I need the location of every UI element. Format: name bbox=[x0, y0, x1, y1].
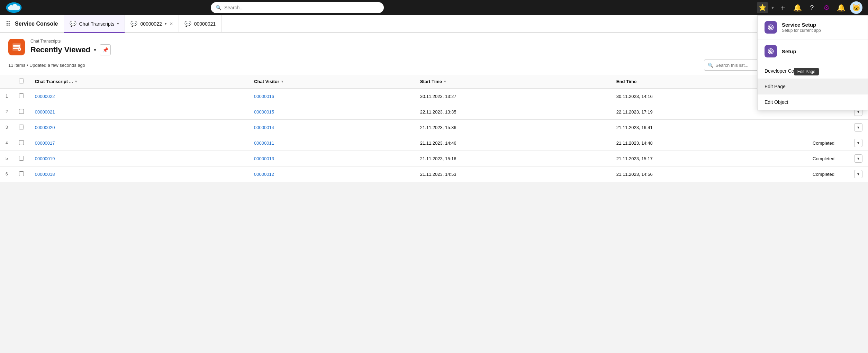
transcript-name-cell: 00000019 bbox=[29, 151, 248, 166]
salesforce-logo bbox=[6, 2, 22, 13]
row-checkbox[interactable] bbox=[19, 109, 24, 114]
col-header-name[interactable]: Chat Transcript ... ▾ bbox=[29, 75, 248, 88]
row-action-cell[interactable]: ▾ bbox=[849, 120, 868, 135]
row-checkbox[interactable] bbox=[19, 140, 24, 145]
row-checkbox[interactable] bbox=[19, 171, 24, 176]
tooltip-label: Edit Page bbox=[794, 68, 819, 75]
search-input[interactable] bbox=[224, 5, 379, 10]
transcript-name-cell: 00000018 bbox=[29, 166, 248, 182]
service-setup-text: Service Setup Setup for current app bbox=[782, 22, 821, 33]
select-all-header[interactable] bbox=[13, 75, 29, 88]
end-time-cell: 21.11.2023, 14:56 bbox=[611, 166, 807, 182]
table-container: Chat Transcript ... ▾ Chat Visitor ▾ Sta… bbox=[0, 75, 868, 182]
visitor-link[interactable]: 00000014 bbox=[254, 125, 274, 130]
tab-00000022[interactable]: 💬 00000022 ▾ ✕ bbox=[125, 15, 179, 32]
start-time-cell: 21.11.2023, 14:46 bbox=[415, 135, 611, 151]
row-checkbox[interactable] bbox=[19, 156, 24, 161]
transcript-name-link[interactable]: 00000019 bbox=[35, 156, 55, 161]
favorites-button[interactable]: ⭐ bbox=[757, 2, 768, 13]
row-action-cell[interactable]: ▾ bbox=[849, 151, 868, 166]
row-action-cell[interactable]: ▾ bbox=[849, 135, 868, 151]
row-checkbox-cell[interactable] bbox=[13, 151, 29, 166]
list-object-icon bbox=[8, 39, 25, 55]
tab-label-00000022: 00000022 bbox=[140, 21, 162, 27]
visitor-link[interactable]: 00000013 bbox=[254, 156, 274, 161]
row-action-button[interactable]: ▾ bbox=[854, 123, 862, 132]
tab-00000021[interactable]: 💬 00000021 bbox=[179, 15, 221, 32]
visitor-link[interactable]: 00000015 bbox=[254, 109, 274, 115]
row-action-button[interactable]: ▾ bbox=[854, 154, 862, 163]
row-num-header bbox=[0, 75, 13, 88]
transcripts-table: Chat Transcript ... ▾ Chat Visitor ▾ Sta… bbox=[0, 75, 868, 182]
setup-gear-button[interactable]: ⚙ bbox=[821, 2, 832, 13]
row-number: 2 bbox=[0, 104, 13, 120]
row-action-button[interactable]: ▾ bbox=[854, 170, 862, 178]
row-number: 3 bbox=[0, 120, 13, 135]
visitor-cell: 00000014 bbox=[248, 120, 415, 135]
transcript-name-cell: 00000022 bbox=[29, 88, 248, 104]
visitor-link[interactable]: 00000016 bbox=[254, 94, 274, 99]
row-number: 5 bbox=[0, 151, 13, 166]
row-checkbox-cell[interactable] bbox=[13, 104, 29, 120]
transcript-name-cell: 00000017 bbox=[29, 135, 248, 151]
end-time-cell: 21.11.2023, 15:17 bbox=[611, 151, 807, 166]
bell-button[interactable]: 🔔 bbox=[835, 2, 847, 13]
app-title: Service Console bbox=[15, 21, 58, 27]
row-checkbox-cell[interactable] bbox=[13, 120, 29, 135]
global-search[interactable]: 🔍 bbox=[211, 2, 384, 13]
visitor-link[interactable]: 00000011 bbox=[254, 141, 274, 146]
list-title-dropdown-icon[interactable]: ▾ bbox=[94, 47, 96, 53]
svg-point-7 bbox=[770, 51, 771, 52]
app-nav-left: ⠿ Service Console bbox=[0, 15, 64, 32]
notifications-icon[interactable]: 🔔 bbox=[792, 2, 803, 13]
row-checkbox-cell[interactable] bbox=[13, 166, 29, 182]
setup-text: Setup bbox=[782, 48, 796, 54]
table-row: 6 00000018 00000012 21.11.2023, 14:53 21… bbox=[0, 166, 868, 182]
row-checkbox-cell[interactable] bbox=[13, 88, 29, 104]
tab-close-icon-1[interactable]: ✕ bbox=[170, 21, 173, 26]
tab-chevron-icon[interactable]: ▾ bbox=[117, 21, 119, 26]
col-header-start[interactable]: Start Time ▾ bbox=[415, 75, 611, 88]
chat-transcript-tab-icon: 💬 bbox=[70, 20, 76, 27]
svg-rect-4 bbox=[13, 48, 18, 49]
tab-chat-transcripts[interactable]: 💬 Chat Transcripts ▾ bbox=[64, 15, 125, 33]
transcript-name-link[interactable]: 00000017 bbox=[35, 141, 55, 146]
top-bar: 🔍 ⭐ ▾ ＋ 🔔 ？ ⚙ 🔔 🐱 bbox=[0, 0, 868, 15]
add-button[interactable]: ＋ bbox=[777, 2, 788, 13]
help-button[interactable]: ？ bbox=[806, 2, 817, 13]
transcript-name-link[interactable]: 00000021 bbox=[35, 109, 55, 115]
row-checkbox[interactable] bbox=[19, 93, 24, 98]
dropdown-item-service-setup[interactable]: Service Setup Setup for current app bbox=[758, 16, 868, 39]
row-action-button[interactable]: ▾ bbox=[854, 139, 862, 147]
apps-grid-icon[interactable]: ⠿ bbox=[6, 20, 11, 28]
transcript-name-cell: 00000021 bbox=[29, 104, 248, 120]
sort-icon-visitor: ▾ bbox=[281, 80, 283, 83]
visitor-link[interactable]: 00000012 bbox=[254, 172, 274, 177]
nav-bar: ⠿ Service Console 💬 Chat Transcripts ▾ 💬… bbox=[0, 15, 868, 33]
dropdown-item-setup[interactable]: Setup bbox=[758, 39, 868, 63]
select-all-checkbox[interactable] bbox=[19, 79, 24, 83]
user-avatar-button[interactable]: 🐱 bbox=[850, 1, 862, 14]
sort-icon-name: ▾ bbox=[75, 80, 77, 83]
status-cell bbox=[807, 120, 849, 135]
sort-icon-start: ▾ bbox=[444, 80, 446, 83]
list-info: 11 items • Updated a few seconds ago bbox=[8, 63, 85, 68]
dropdown-item-edit-page[interactable]: Edit Page Edit Page bbox=[758, 79, 868, 94]
transcript-name-link[interactable]: 00000018 bbox=[35, 172, 55, 177]
setup-title: Setup bbox=[782, 48, 796, 54]
visitor-cell: 00000012 bbox=[248, 166, 415, 182]
end-time-cell: 21.11.2023, 16:41 bbox=[611, 120, 807, 135]
tab-chevron-icon-1[interactable]: ▾ bbox=[165, 21, 167, 26]
list-title-area: Chat Transcripts Recently Viewed ▾ 📌 bbox=[30, 39, 860, 55]
favorites-chevron-icon: ▾ bbox=[771, 5, 774, 10]
transcript-name-link[interactable]: 00000022 bbox=[35, 94, 55, 99]
row-checkbox-cell[interactable] bbox=[13, 135, 29, 151]
row-checkbox[interactable] bbox=[19, 125, 24, 129]
row-action-cell[interactable]: ▾ bbox=[849, 166, 868, 182]
col-header-visitor[interactable]: Chat Visitor ▾ bbox=[248, 75, 415, 88]
search-icon: 🔍 bbox=[216, 5, 221, 10]
setup-dropdown-menu: Service Setup Setup for current app Setu… bbox=[757, 15, 868, 110]
dropdown-item-edit-object[interactable]: Edit Object bbox=[758, 94, 868, 110]
pin-button[interactable]: 📌 bbox=[100, 44, 111, 55]
transcript-name-link[interactable]: 00000020 bbox=[35, 125, 55, 130]
